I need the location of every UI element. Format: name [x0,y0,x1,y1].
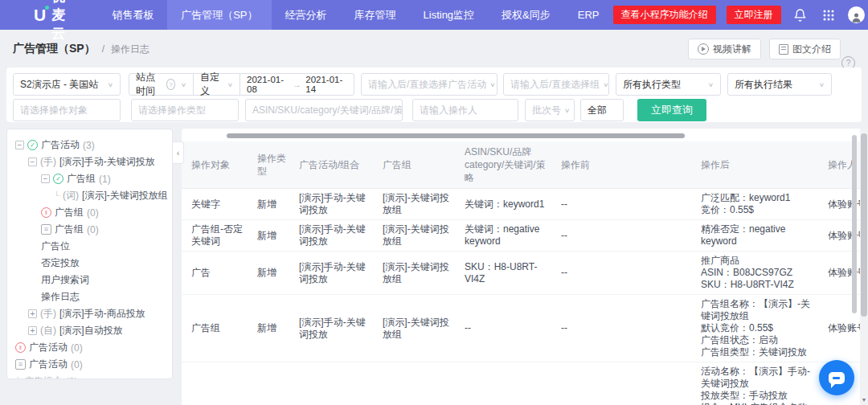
time-type-select[interactable]: 站点时间 ? ∨ [129,74,193,95]
tree-item-label: 广告活动 [29,358,68,371]
count-badge: (0) [71,359,83,370]
nav-item-7[interactable]: ERP [564,0,613,30]
nav-item-4[interactable]: 库存管理 [341,0,410,30]
doc-guide-label: 图文介绍 [792,43,831,56]
scroll-down-arrow-icon[interactable]: ▼ [860,395,868,405]
store-select[interactable]: S2演示店 - 美国站 ∨ [13,73,121,96]
tree-item[interactable]: 广告组(0) [7,221,172,238]
scope-all-value: 全部 [588,104,607,117]
column-header: 操作前 [561,141,701,189]
tree-item-label: [演示]-关键词投放组 [82,189,168,202]
collapse-tree-button[interactable]: ‹ [173,141,184,164]
collapse-icon[interactable]: − [28,158,37,166]
nav-item-2[interactable]: 广告管理（SP） [167,0,271,30]
user-menu[interactable]: S2游客 [848,6,868,23]
batch-select[interactable]: 批次号 ∨ [525,99,575,121]
cell-target: 广告 [182,252,257,295]
column-header: 广告组 [383,141,465,189]
date-range-picker[interactable]: 2021-01-08 → 2021-01-14 [240,74,354,95]
scope-all-select[interactable]: 全部 [580,99,624,121]
breadcrumb-parent[interactable]: 广告管理（SP） [13,42,96,56]
time-mode-select[interactable]: 自定义 ∨ [193,74,240,95]
column-header: 广告活动/组合 [299,141,383,189]
table-row[interactable]: 广告活动新增[演示]手动-关键词投放------活动名称：【演示】手动-关键词投… [182,362,868,405]
nav-item-6[interactable]: 授权&同步 [488,0,564,30]
collapse-icon[interactable]: − [41,174,50,183]
nav-item-1[interactable]: 销售看板 [98,0,167,30]
campaign-select-placeholder: 请输入后/直接选择广告活动 [368,78,486,92]
count-badge: (0) [66,376,78,380]
operator-placeholder: 请输入操作人 [420,104,477,117]
tree-item[interactable]: 否定投放 [7,255,172,272]
bell-icon[interactable] [792,6,809,24]
tree-item[interactable]: 广告位 [7,238,172,255]
exec-result-select[interactable]: 所有执行结果 ∨ [727,73,832,96]
table-row[interactable]: 广告新增[演示]手动-关键词投放[演示]-关键词投放组SKU：H8-U8RT-V… [182,252,868,295]
cell-before: -- [561,362,701,405]
horizontal-scrollbar[interactable] [227,133,685,138]
tree-item[interactable]: └(词)[演示]-关键词投放组 [7,187,172,204]
tree-item[interactable]: −广告组(1) [7,170,172,187]
operator-input[interactable]: 请输入操作人 [412,99,518,121]
exec-type-select[interactable]: 所有执行类型 ∨ [616,73,721,96]
operation-log-table-panel: 操作对象操作类型广告活动/组合广告组ASIN/SKU/品牌 category/关… [182,129,868,405]
doc-guide-button[interactable]: 图文介绍 [769,39,841,59]
cell-detail: 关键词：negative keyword [465,220,561,252]
video-guide-label: 视频讲解 [713,43,751,56]
operation-log-table: 操作对象操作类型广告活动/组合广告组ASIN/SKU/品牌 category/关… [182,141,868,405]
cell-campaign: [演示]手动-关键词投放 [299,252,383,295]
time-type-label: 站点时间 [136,71,162,98]
nav-item-3[interactable]: 经营分析 [272,0,341,30]
tree-item[interactable]: 广告活动(0) [7,339,172,356]
column-header: 操作对象 [182,141,257,189]
tree-item-label: 操作日志 [41,290,80,304]
register-button[interactable]: 立即注册 [727,6,781,24]
adgroup-select[interactable]: 请输入后/直接选择组 ∨ [503,73,609,96]
tree-item[interactable]: +(手)[演示]手动-商品投放 [7,305,172,322]
op-type-select[interactable]: 请选择操作类型 [131,99,239,121]
cell-before: -- [561,189,701,220]
table-vertical-scrollbar[interactable] [852,135,857,313]
cell-campaign: [演示]手动-关键词投放 [299,189,383,220]
page-scrollbar-thumb[interactable] [861,133,867,317]
tree-item[interactable]: +(自)[演示]自动投放 [7,322,172,339]
expand-icon[interactable]: + [28,326,37,335]
cell-group: [演示]-关键词投放组 [383,295,465,362]
tree-item[interactable]: −(手)[演示]手动-关键词投放 [7,153,172,170]
cell-before: -- [561,252,701,295]
cell-target: 广告组-否定关键词 [182,220,257,252]
chat-button[interactable] [819,360,854,395]
tree-item[interactable]: 广告活动(0) [7,356,172,373]
cell-type: 新增 [257,220,299,252]
tree-item[interactable]: 广告组(0) [7,204,172,221]
nav-item-5[interactable]: Listing监控 [410,0,489,30]
chevron-down-icon: ∨ [816,81,825,88]
document-icon [779,44,788,55]
collapse-icon[interactable]: − [15,141,24,149]
cell-type: 新增 [257,362,299,405]
navbar-right: 查看小程序功能介绍 立即注册 S2游客 [613,6,868,24]
asin-search-input[interactable]: ASIN/SKU/category/关键词/品牌/策略 [245,99,403,121]
cell-group: -- [383,362,465,405]
target-select[interactable]: 请选择操作对象 [13,99,121,121]
page-vertical-scrollbar[interactable] [860,129,868,405]
tree-item[interactable]: −广告活动(3) [7,137,172,153]
count-badge: (0) [71,342,83,354]
query-button[interactable]: 立即查询 [637,99,706,121]
apps-grid-icon[interactable] [820,6,837,24]
tree-item[interactable]: 操作日志 [7,288,172,305]
tree-item[interactable]: 用户搜索词 [7,272,172,288]
cell-after: 推广商品 ASIN：B08JCS97GZ SKU：H8-U8RT-VI4Z [701,252,828,295]
expand-icon[interactable]: + [28,309,37,318]
campaign-select[interactable]: 请输入后/直接选择广告活动 ∨ [361,73,497,96]
video-guide-button[interactable]: 视频讲解 [688,39,761,59]
cell-campaign: [演示]手动-关键词投放 [299,220,383,252]
table-row[interactable]: 关键字新增[演示]手动-关键词投放[演示]-关键词投放组关键词：keyword1… [182,189,868,220]
promo-button[interactable]: 查看小程序功能介绍 [613,6,716,24]
table-row[interactable]: 广告组新增[演示]手动-关键词投放[演示]-关键词投放组----广告组名称：【演… [182,295,868,362]
tree-item-label: 广告组 [55,206,84,219]
table-row[interactable]: 广告组-否定关键词新增[演示]手动-关键词投放[演示]-关键词投放组关键词：ne… [182,220,868,252]
tree-item[interactable]: └广告组合(0) [7,373,172,379]
main-nav: 销售看板广告管理（SP）经营分析库存管理Listing监控授权&同步ERP [98,0,612,30]
help-tooltip-icon[interactable]: ? [166,79,174,90]
